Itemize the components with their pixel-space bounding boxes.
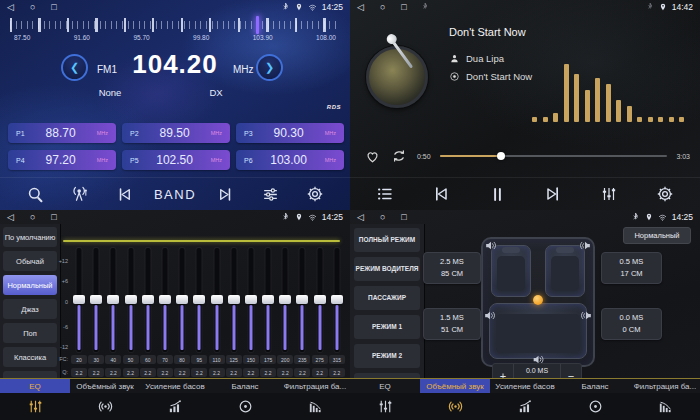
seek-bar[interactable] [440,155,668,157]
front-right-delay-button[interactable]: 0.5 MS 17 CM [601,252,662,284]
equalizer-button[interactable] [594,181,624,207]
eq-band-handle[interactable] [331,295,343,304]
profile-button[interactable]: Нормальный [623,227,691,244]
eq-band-slider[interactable] [277,248,293,352]
listening-mode-button[interactable]: РЕЖИМ ВОДИТЕЛЯ [354,257,420,281]
eq-band-handle[interactable] [176,295,188,304]
front-left-delay-button[interactable]: 2.5 MS 85 CM [423,252,481,284]
eq-preset-item[interactable]: Джаз [3,299,57,319]
nav-recents-icon[interactable]: □ [51,0,56,14]
nav-back-icon[interactable]: ◁ [357,0,364,14]
eq-preset-item[interactable]: Нормальный [3,275,57,295]
audio-tab[interactable]: Фильтрация ба... [630,379,700,393]
audio-tab[interactable]: Усиление басов [140,379,210,393]
eq-band-handle[interactable] [211,295,223,304]
eq-band-slider[interactable] [71,248,87,352]
nav-home-icon[interactable]: ○ [30,210,35,224]
eq-band-slider[interactable] [105,248,121,352]
eq-band-handle[interactable] [107,295,119,304]
radio-preset-button[interactable]: P3 90.30 MHz [236,123,344,143]
pause-button[interactable] [482,181,512,207]
eq-band-handle[interactable] [159,295,171,304]
radio-preset-button[interactable]: P6 103.00 MHz [236,150,344,170]
eq-band-slider[interactable] [174,248,190,352]
eq-band-handle[interactable] [279,295,291,304]
listening-mode-button[interactable]: ПОЛНЫЙ РЕЖИМ [354,228,420,252]
audio-tab[interactable]: Усиление басов [490,379,560,393]
listening-position-dot[interactable] [533,295,543,305]
eq-band-handle[interactable] [314,295,326,304]
eq-preset-item[interactable]: Поп [3,323,57,343]
audio-tab[interactable]: EQ [0,379,70,393]
settings-button[interactable] [650,181,680,207]
prev-station-button[interactable] [109,181,139,207]
repeat-icon[interactable] [390,147,408,165]
dock-bass-filter-icon[interactable] [630,393,700,420]
radio-preset-button[interactable]: P1 88.70 MHz [8,123,116,143]
radio-preset-button[interactable]: P4 97.20 MHz [8,150,116,170]
eq-band-slider[interactable] [123,248,139,352]
frequency-dial[interactable]: 87.50 91.60 95.70 99.80 103.90 108.00 [10,18,340,42]
favorite-heart-icon[interactable] [364,148,381,165]
audio-settings-button[interactable] [255,181,285,207]
dock-bass-filter-icon[interactable] [280,393,350,420]
previous-track-button[interactable] [426,181,456,207]
eq-band-handle[interactable] [193,295,205,304]
eq-band-handle[interactable] [262,295,274,304]
audio-tab[interactable]: EQ [350,379,420,393]
audio-tab[interactable]: Баланс [210,379,280,393]
eq-band-handle[interactable] [90,295,102,304]
eq-band-slider[interactable] [226,248,242,352]
audio-tab[interactable]: Баланс [560,379,630,393]
audio-tab[interactable]: Объёмный звук [420,379,490,393]
eq-band-slider[interactable] [329,248,345,352]
search-stations-button[interactable] [20,181,50,207]
nav-back-icon[interactable]: ◁ [357,210,364,224]
audio-tab[interactable]: Объёмный звук [70,379,140,393]
eq-band-slider[interactable] [243,248,259,352]
dial-pointer[interactable] [256,16,259,34]
nav-back-icon[interactable]: ◁ [7,0,14,14]
audio-tab[interactable]: Фильтрация ба... [280,379,350,393]
eq-band-slider[interactable] [191,248,207,352]
eq-band-slider[interactable] [140,248,156,352]
tune-up-button[interactable]: ❯ [256,54,283,81]
eq-band-slider[interactable] [312,248,328,352]
listening-mode-button[interactable]: РЕЖИМ 2 [354,344,420,368]
next-track-button[interactable] [538,181,568,207]
nav-recents-icon[interactable]: □ [401,210,406,224]
eq-band-slider[interactable] [260,248,276,352]
radio-preset-button[interactable]: P5 102.50 MHz [122,150,230,170]
dock-balance-icon[interactable] [560,393,630,420]
progress-knob[interactable] [497,152,505,160]
next-station-button[interactable] [211,181,241,207]
eq-preset-item[interactable]: По умолчанию [3,227,57,247]
rear-left-delay-button[interactable]: 1.5 MS 51 CM [423,308,481,340]
nav-home-icon[interactable]: ○ [380,0,385,14]
band-button[interactable]: BAND [154,181,196,207]
dock-bass-boost-icon[interactable] [140,393,210,420]
nav-home-icon[interactable]: ○ [380,210,385,224]
eq-band-handle[interactable] [125,295,137,304]
eq-band-slider[interactable] [88,248,104,352]
tune-down-button[interactable]: ❮ [61,54,88,81]
eq-band-handle[interactable] [73,295,85,304]
dock-surround-icon[interactable] [70,393,140,420]
dock-bass-boost-icon[interactable] [490,393,560,420]
dock-surround-icon[interactable] [420,393,490,420]
dock-balance-icon[interactable] [210,393,280,420]
eq-band-slider[interactable] [157,248,173,352]
nav-recents-icon[interactable]: □ [401,0,406,14]
broadcast-button[interactable] [65,181,95,207]
eq-preset-item[interactable]: Классика [3,347,57,367]
eq-band-handle[interactable] [228,295,240,304]
radio-preset-button[interactable]: P2 89.50 MHz [122,123,230,143]
nav-recents-icon[interactable]: □ [51,210,56,224]
eq-band-handle[interactable] [245,295,257,304]
rear-right-delay-button[interactable]: 0.0 MS 0 CM [601,308,662,340]
listening-mode-button[interactable]: ПАССАЖИР [354,286,420,310]
listening-mode-button[interactable]: РЕЖИМ 1 [354,315,420,339]
playlist-button[interactable] [370,181,400,207]
nav-home-icon[interactable]: ○ [30,0,35,14]
dock-eq-icon[interactable] [350,393,420,420]
